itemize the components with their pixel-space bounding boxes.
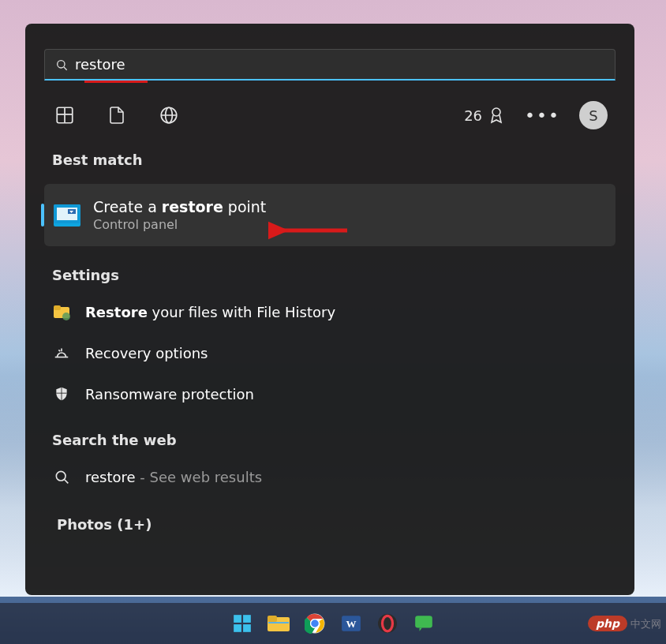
shield-icon xyxy=(52,384,71,403)
documents-filter-icon[interactable] xyxy=(104,103,129,128)
settings-result-recovery[interactable]: Recovery options xyxy=(25,332,634,373)
svg-rect-33 xyxy=(415,616,432,627)
photos-header: Photos (1+) xyxy=(25,497,634,541)
result-label: Recovery options xyxy=(85,345,208,361)
apps-filter-icon[interactable] xyxy=(52,103,77,128)
web-result[interactable]: restore - See web results xyxy=(25,456,634,497)
annotation-underline xyxy=(84,80,148,83)
best-match-result[interactable]: Create a restore point Control panel xyxy=(44,184,615,246)
best-match-subtitle: Control panel xyxy=(93,217,266,232)
search-input[interactable] xyxy=(75,56,605,73)
rewards-indicator[interactable]: 26 xyxy=(464,106,506,125)
search-icon xyxy=(52,467,71,486)
settings-result-file-history[interactable]: Restore your files with File History xyxy=(25,291,634,332)
search-box[interactable] xyxy=(44,49,615,80)
web-filter-icon[interactable] xyxy=(156,103,181,128)
svg-point-0 xyxy=(58,60,65,67)
settings-header: Settings xyxy=(25,259,634,291)
system-properties-icon xyxy=(54,204,80,227)
svg-line-16 xyxy=(65,480,69,484)
rewards-points: 26 xyxy=(464,107,482,124)
rewards-icon xyxy=(487,106,506,125)
svg-point-8 xyxy=(492,108,500,116)
result-label: restore - See web results xyxy=(85,469,262,485)
avatar-initial: S xyxy=(589,107,597,124)
taskbar: W xyxy=(0,603,666,644)
best-match-title: Create a restore point xyxy=(93,198,266,215)
watermark: php中文网 xyxy=(588,616,661,631)
taskbar-opera-icon[interactable] xyxy=(376,612,399,635)
svg-rect-18 xyxy=(234,615,241,623)
taskbar-messaging-icon[interactable] xyxy=(412,612,436,635)
svg-line-1 xyxy=(64,67,67,70)
start-search-panel: 26 ••• S Best match Create a restore poi… xyxy=(25,24,634,595)
svg-rect-21 xyxy=(243,624,251,632)
settings-result-ransomware[interactable]: Ransomware protection xyxy=(25,373,634,414)
taskbar-chrome-icon[interactable] xyxy=(303,612,327,635)
svg-point-15 xyxy=(56,471,65,481)
svg-rect-20 xyxy=(234,624,241,632)
search-icon xyxy=(54,58,69,72)
user-avatar[interactable]: S xyxy=(579,101,608,129)
more-icon[interactable]: ••• xyxy=(525,106,560,125)
taskbar-explorer-icon[interactable] xyxy=(267,612,290,635)
result-label: Ransomware protection xyxy=(85,386,254,402)
svg-rect-19 xyxy=(243,615,251,623)
svg-rect-24 xyxy=(268,622,289,623)
recovery-icon xyxy=(52,343,71,362)
watermark-badge: php xyxy=(588,616,627,631)
svg-rect-13 xyxy=(54,305,61,310)
svg-point-14 xyxy=(62,313,70,320)
best-match-header: Best match xyxy=(25,144,634,176)
folder-history-icon xyxy=(52,302,71,321)
result-label: Restore your files with File History xyxy=(85,304,335,320)
watermark-text: 中文网 xyxy=(630,618,661,630)
svg-text:W: W xyxy=(346,618,357,630)
filter-bar: 26 ••• S xyxy=(25,80,634,144)
taskbar-word-icon[interactable]: W xyxy=(339,612,363,635)
web-header: Search the web xyxy=(25,414,634,456)
svg-rect-23 xyxy=(268,616,277,622)
taskbar-start-icon[interactable] xyxy=(230,612,254,635)
